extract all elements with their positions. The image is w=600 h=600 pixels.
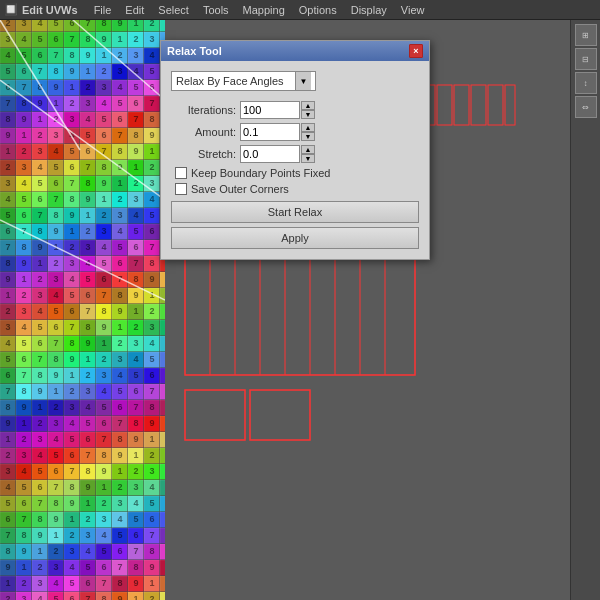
menubar: 🔲 Edit UVWs File Edit Select Tools Mappi… xyxy=(0,0,600,20)
menu-edit[interactable]: Edit xyxy=(119,2,150,18)
save-outer-corners-row: Save Outer Corners xyxy=(175,183,419,195)
amount-spinner: ▲ ▼ xyxy=(301,123,315,141)
dropdown-row: Relax By Face Angles ▼ xyxy=(171,71,419,91)
stretch-spinner: ▲ ▼ xyxy=(301,145,315,163)
save-outer-corners-label: Save Outer Corners xyxy=(191,183,289,195)
button-row: Start Relax Apply xyxy=(171,201,419,249)
dialog-title: Relax Tool xyxy=(167,45,222,57)
keep-boundary-label: Keep Boundary Points Fixed xyxy=(191,167,330,179)
start-relax-button[interactable]: Start Relax xyxy=(171,201,419,223)
toolbar-btn-1[interactable]: ⊞ xyxy=(575,24,597,46)
stretch-up[interactable]: ▲ xyxy=(301,145,315,154)
relax-tool-dialog: Relax Tool × Relax By Face Angles ▼ Iter… xyxy=(160,40,430,260)
dialog-content: Relax By Face Angles ▼ Iterations: ▲ ▼ A… xyxy=(161,61,429,259)
dropdown-arrow-icon: ▼ xyxy=(295,72,311,90)
dialog-close-button[interactable]: × xyxy=(409,44,423,58)
menu-mapping[interactable]: Mapping xyxy=(237,2,291,18)
amount-up[interactable]: ▲ xyxy=(301,123,315,132)
left-texture-panel xyxy=(0,0,165,600)
menu-select[interactable]: Select xyxy=(152,2,195,18)
apply-button[interactable]: Apply xyxy=(171,227,419,249)
amount-input[interactable] xyxy=(240,123,300,141)
keep-boundary-row: Keep Boundary Points Fixed xyxy=(175,167,419,179)
toolbar-btn-3[interactable]: ↕ xyxy=(575,72,597,94)
right-toolbar: ⊞ ⊟ ↕ ⇔ xyxy=(570,20,600,600)
app-title: 🔲 Edit UVWs xyxy=(4,3,78,16)
menu-file[interactable]: File xyxy=(88,2,118,18)
amount-down[interactable]: ▼ xyxy=(301,132,315,141)
stretch-row: Stretch: ▲ ▼ xyxy=(171,145,419,163)
stretch-input[interactable] xyxy=(240,145,300,163)
menu-items: File Edit Select Tools Mapping Options D… xyxy=(88,2,431,18)
relax-method-dropdown[interactable]: Relax By Face Angles ▼ xyxy=(171,71,316,91)
menu-tools[interactable]: Tools xyxy=(197,2,235,18)
svg-rect-13 xyxy=(488,85,503,125)
iterations-up[interactable]: ▲ xyxy=(301,101,315,110)
amount-label: Amount: xyxy=(171,126,236,138)
dialog-titlebar: Relax Tool × xyxy=(161,41,429,61)
svg-rect-10 xyxy=(437,85,452,125)
save-outer-corners-checkbox[interactable] xyxy=(175,183,187,195)
iterations-row: Iterations: ▲ ▼ xyxy=(171,101,419,119)
svg-rect-14 xyxy=(505,85,515,125)
uv-texture-canvas xyxy=(0,0,165,600)
keep-boundary-checkbox[interactable] xyxy=(175,167,187,179)
menu-options[interactable]: Options xyxy=(293,2,343,18)
svg-rect-11 xyxy=(454,85,469,125)
dropdown-container: Relax By Face Angles ▼ xyxy=(171,71,419,91)
menu-display[interactable]: Display xyxy=(345,2,393,18)
toolbar-btn-4[interactable]: ⇔ xyxy=(575,96,597,118)
toolbar-btn-2[interactable]: ⊟ xyxy=(575,48,597,70)
app-title-text: Edit UVWs xyxy=(22,4,78,16)
stretch-label: Stretch: xyxy=(171,148,236,160)
iterations-down[interactable]: ▼ xyxy=(301,110,315,119)
svg-rect-12 xyxy=(471,85,486,125)
menu-view[interactable]: View xyxy=(395,2,431,18)
iterations-spinner: ▲ ▼ xyxy=(301,101,315,119)
iterations-input[interactable] xyxy=(240,101,300,119)
amount-row: Amount: ▲ ▼ xyxy=(171,123,419,141)
iterations-label: Iterations: xyxy=(171,104,236,116)
stretch-down[interactable]: ▼ xyxy=(301,154,315,163)
svg-rect-16 xyxy=(250,390,310,440)
app-title-icon: 🔲 xyxy=(4,3,18,16)
svg-rect-15 xyxy=(185,390,245,440)
dropdown-value: Relax By Face Angles xyxy=(176,75,284,87)
